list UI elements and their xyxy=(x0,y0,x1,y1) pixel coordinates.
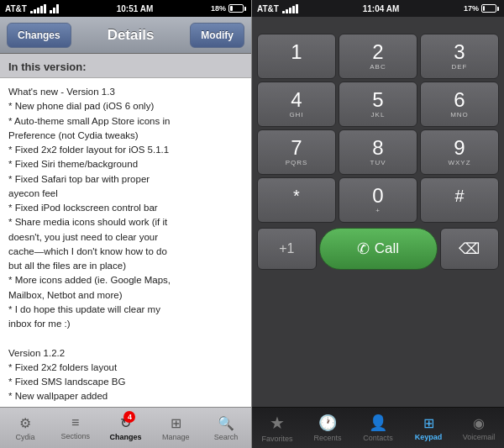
battery-area-left: 18% xyxy=(211,4,246,13)
tab-contacts-label: Contacts xyxy=(363,434,393,442)
key-0[interactable]: 0 + xyxy=(339,177,417,223)
status-bar-right: AT&T 11:04 AM 17% xyxy=(252,0,504,17)
key-8-number: 8 xyxy=(372,138,383,158)
tab-manage[interactable]: ⊞ Manage xyxy=(150,408,201,448)
status-right-left: AT&T xyxy=(257,4,298,13)
carrier-right: AT&T xyxy=(257,4,279,13)
battery-icon-right xyxy=(481,4,499,13)
tab-voicemail[interactable]: ◉ Voicemail xyxy=(454,408,504,448)
key-1[interactable]: 1 xyxy=(257,34,336,79)
tab-recents-label: Recents xyxy=(313,434,341,442)
tab-voicemail-label: Voicemail xyxy=(463,433,496,441)
key-7[interactable]: 7 PQRS xyxy=(257,129,336,175)
left-panel: AT&T 10:51 AM 18% xyxy=(0,0,252,448)
tab-bar-right: ★ Favorites 🕐 Recents 👤 Contacts ⊞ Keypa… xyxy=(252,407,504,448)
changes-badge: 4 xyxy=(123,411,135,423)
key-3-letters: DEF xyxy=(452,63,468,71)
key-9-letters: WXYZ xyxy=(448,159,470,166)
key-8[interactable]: 8 TUV xyxy=(339,129,417,175)
key-1-letters xyxy=(295,63,297,71)
key-4-number: 4 xyxy=(291,90,302,110)
keypad-icon: ⊞ xyxy=(423,415,434,431)
tab-changes[interactable]: ↻ Changes 4 xyxy=(101,408,151,448)
key-2-number: 2 xyxy=(372,42,383,62)
signal-bars-right xyxy=(282,4,298,13)
key-3[interactable]: 3 DEF xyxy=(420,34,499,79)
key-6-letters: MNO xyxy=(450,111,469,119)
time-left: 10:51 AM xyxy=(117,4,154,13)
key-9[interactable]: 9 WXYZ xyxy=(420,129,499,175)
signal-bars-left xyxy=(30,4,46,13)
tab-search[interactable]: 🔍 Search xyxy=(201,408,251,448)
key-2[interactable]: 2 ABC xyxy=(339,34,417,79)
call-phone-icon: ✆ xyxy=(357,240,370,258)
key-6[interactable]: 6 MNO xyxy=(420,82,499,127)
battery-pct-right: 17% xyxy=(464,4,479,13)
tab-recents[interactable]: 🕐 Recents xyxy=(302,408,353,448)
key-4[interactable]: 4 GHI xyxy=(257,82,336,127)
key-3-number: 3 xyxy=(454,42,465,62)
key-7-number: 7 xyxy=(291,138,302,158)
call-button-label: Call xyxy=(375,240,399,257)
battery-area-right: 17% xyxy=(464,4,499,13)
key-0-number: 0 xyxy=(372,186,383,206)
add-contact-button[interactable]: +1 xyxy=(257,228,317,270)
content-header-text: In this version: xyxy=(8,61,86,73)
recents-icon: 🕐 xyxy=(318,414,337,432)
tab-sections-label: Sections xyxy=(60,432,90,440)
delete-button[interactable]: ⌫ xyxy=(440,228,500,270)
back-button[interactable]: Changes xyxy=(7,23,71,48)
key-hash-number: # xyxy=(454,187,464,204)
tab-changes-label: Changes xyxy=(109,433,141,441)
key-star-number: * xyxy=(293,187,300,204)
sections-icon: ≡ xyxy=(71,415,79,430)
battery-pct-left: 18% xyxy=(211,4,226,13)
key-star-letters xyxy=(295,205,297,213)
voicemail-icon: ◉ xyxy=(473,415,485,431)
keypad-grid: 1 2 ABC 3 DEF 4 GHI 5 JKL 6 MNO xyxy=(257,34,499,223)
content-header: In this version: xyxy=(0,54,251,78)
top-spacer xyxy=(252,17,504,24)
tab-keypad[interactable]: ⊞ Keypad xyxy=(403,408,454,448)
key-hash-letters xyxy=(458,205,460,213)
key-9-number: 9 xyxy=(454,138,465,158)
status-left-info: AT&T xyxy=(5,4,59,13)
tab-favorites[interactable]: ★ Favorites xyxy=(252,408,302,448)
tab-search-label: Search xyxy=(214,433,239,441)
tab-contacts[interactable]: 👤 Contacts xyxy=(353,408,403,448)
carrier-left: AT&T xyxy=(5,4,27,13)
search-icon: 🔍 xyxy=(218,415,234,431)
time-right: 11:04 AM xyxy=(363,4,400,13)
content-body: What's new - Version 1.3 * New phone dia… xyxy=(0,78,251,407)
delete-icon: ⌫ xyxy=(459,240,480,258)
key-7-letters: PQRS xyxy=(286,159,308,166)
add-contact-icon: +1 xyxy=(279,241,294,256)
key-6-number: 6 xyxy=(454,90,465,110)
tab-sections[interactable]: ≡ Sections xyxy=(50,408,101,448)
key-2-letters: ABC xyxy=(370,63,386,71)
tab-keypad-label: Keypad xyxy=(415,433,443,441)
cydia-icon: ⚙ xyxy=(19,415,31,431)
tab-cydia-label: Cydia xyxy=(15,433,34,441)
key-star[interactable]: * xyxy=(257,177,336,223)
keypad-area: 1 2 ABC 3 DEF 4 GHI 5 JKL 6 MNO xyxy=(252,24,504,407)
key-0-letters: + xyxy=(375,207,381,214)
tab-favorites-label: Favorites xyxy=(261,435,292,443)
modify-button[interactable]: Modify xyxy=(190,23,244,48)
tab-cydia[interactable]: ⚙ Cydia xyxy=(0,408,50,448)
key-5[interactable]: 5 JKL xyxy=(339,82,417,127)
key-5-number: 5 xyxy=(372,90,383,110)
contacts-icon: 👤 xyxy=(369,414,387,432)
manage-icon: ⊞ xyxy=(171,415,181,431)
key-8-letters: TUV xyxy=(370,159,386,166)
call-button[interactable]: ✆ Call xyxy=(319,228,438,270)
wifi-icon-left xyxy=(50,4,59,13)
tab-manage-label: Manage xyxy=(162,433,190,441)
favorites-icon: ★ xyxy=(270,413,285,433)
nav-bar-left: Changes Details Modify xyxy=(0,17,251,54)
right-panel: AT&T 11:04 AM 17% 1 xyxy=(252,0,504,448)
key-hash[interactable]: # xyxy=(420,177,499,223)
action-row: +1 ✆ Call ⌫ xyxy=(257,228,499,270)
version-text: What's new - Version 1.3 * New phone dia… xyxy=(8,85,243,407)
status-bar-left: AT&T 10:51 AM 18% xyxy=(0,0,251,17)
